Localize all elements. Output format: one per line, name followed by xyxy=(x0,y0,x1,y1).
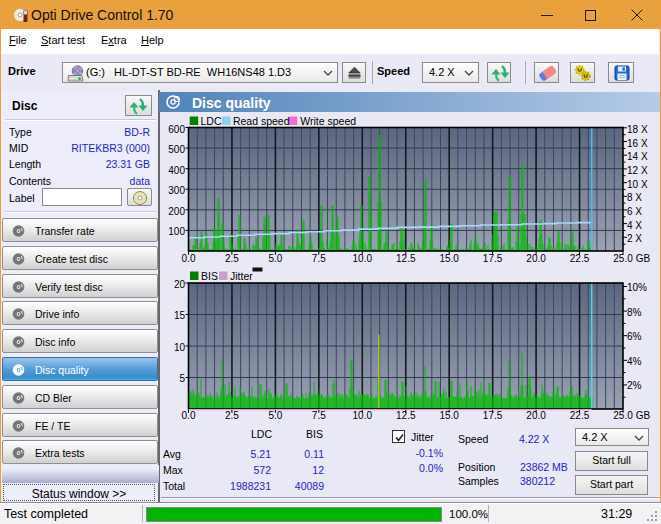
svg-text:7.5: 7.5 xyxy=(312,410,326,421)
svg-text:LDC: LDC xyxy=(201,115,222,127)
svg-text:Write speed: Write speed xyxy=(300,115,356,127)
svg-text:25.0: 25.0 xyxy=(613,253,633,264)
svg-text:10 X: 10 X xyxy=(627,179,648,190)
svg-text:15.0: 15.0 xyxy=(439,253,459,264)
svg-text:22.5: 22.5 xyxy=(570,253,590,264)
svg-text:17.5: 17.5 xyxy=(483,410,503,421)
svg-text:2.5: 2.5 xyxy=(225,410,239,421)
svg-text:4 X: 4 X xyxy=(627,220,642,231)
svg-text:10: 10 xyxy=(174,342,186,353)
svg-text:20.0: 20.0 xyxy=(526,410,546,421)
svg-text:2 X: 2 X xyxy=(627,233,642,244)
svg-text:400: 400 xyxy=(168,165,185,176)
svg-text:5.0: 5.0 xyxy=(268,253,282,264)
svg-text:20.0: 20.0 xyxy=(526,253,546,264)
svg-text:15.0: 15.0 xyxy=(439,410,459,421)
svg-text:5: 5 xyxy=(179,373,185,384)
svg-text:Read speed: Read speed xyxy=(233,115,290,127)
svg-text:17.5: 17.5 xyxy=(483,253,503,264)
svg-text:25.0: 25.0 xyxy=(613,410,633,421)
svg-text:2%: 2% xyxy=(627,380,642,391)
svg-text:18 X: 18 X xyxy=(627,124,648,135)
svg-text:Jitter: Jitter xyxy=(230,270,253,282)
svg-text:GB: GB xyxy=(636,253,651,264)
svg-text:6 X: 6 X xyxy=(627,206,642,217)
svg-text:12.5: 12.5 xyxy=(396,253,416,264)
svg-text:10%: 10% xyxy=(627,282,647,293)
svg-text:GB: GB xyxy=(636,410,651,421)
svg-text:5.0: 5.0 xyxy=(268,410,282,421)
svg-text:6%: 6% xyxy=(627,331,642,342)
svg-text:10.0: 10.0 xyxy=(353,253,373,264)
svg-text:100: 100 xyxy=(168,226,185,237)
svg-text:8%: 8% xyxy=(627,307,642,318)
svg-text:0.0: 0.0 xyxy=(182,253,196,264)
svg-text:16 X: 16 X xyxy=(627,138,648,149)
svg-text:300: 300 xyxy=(168,185,185,196)
svg-text:12.5: 12.5 xyxy=(396,410,416,421)
svg-text:8 X: 8 X xyxy=(627,192,642,203)
svg-text:12 X: 12 X xyxy=(627,165,648,176)
svg-text:4%: 4% xyxy=(627,356,642,367)
svg-text:14 X: 14 X xyxy=(627,151,648,162)
svg-text:10.0: 10.0 xyxy=(353,410,373,421)
svg-text:BIS: BIS xyxy=(201,270,218,282)
svg-text:20: 20 xyxy=(174,279,186,290)
svg-text:2.5: 2.5 xyxy=(225,253,239,264)
svg-text:600: 600 xyxy=(168,124,185,135)
svg-text:0.0: 0.0 xyxy=(182,410,196,421)
svg-text:200: 200 xyxy=(168,206,185,217)
svg-text:7.5: 7.5 xyxy=(312,253,326,264)
svg-text:15: 15 xyxy=(174,310,186,321)
svg-text:500: 500 xyxy=(168,144,185,155)
svg-text:22.5: 22.5 xyxy=(570,410,590,421)
